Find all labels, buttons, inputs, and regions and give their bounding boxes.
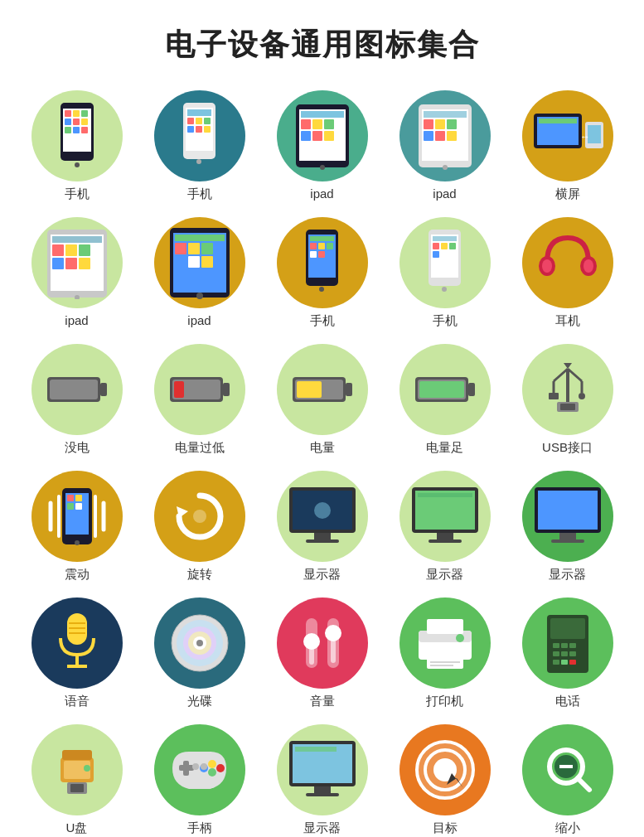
target-icon xyxy=(399,724,491,815)
battery0-icon xyxy=(31,344,123,435)
monitor2-icon xyxy=(399,471,491,562)
svg-rect-3 xyxy=(73,110,80,117)
svg-rect-65 xyxy=(188,256,200,268)
headphone-icon xyxy=(522,217,613,308)
svg-rect-98 xyxy=(346,383,352,396)
list-item: 语音 xyxy=(20,598,134,709)
svg-point-191 xyxy=(192,763,199,770)
list-item: ipad xyxy=(388,90,502,202)
phone3-icon xyxy=(277,217,368,308)
svg-rect-51 xyxy=(52,244,64,256)
svg-rect-163 xyxy=(427,619,463,634)
svg-rect-35 xyxy=(424,119,433,129)
svg-rect-171 xyxy=(561,643,568,648)
svg-rect-76 xyxy=(327,251,333,258)
svg-point-21 xyxy=(196,159,201,164)
svg-rect-9 xyxy=(73,127,80,133)
svg-rect-182 xyxy=(70,784,84,792)
ipad4-icon xyxy=(154,217,245,308)
list-item: 打印机 xyxy=(388,598,502,709)
svg-rect-164 xyxy=(427,657,463,669)
svg-rect-38 xyxy=(424,131,433,141)
svg-rect-19 xyxy=(196,126,202,133)
svg-point-85 xyxy=(442,287,447,292)
battery2-icon xyxy=(277,344,368,435)
list-item: 缩小 xyxy=(511,724,625,836)
phone3-label: 手机 xyxy=(310,313,335,329)
svg-rect-169 xyxy=(550,618,585,639)
list-item: 显示器 xyxy=(511,471,625,583)
display-label: 显示器 xyxy=(303,820,341,836)
svg-rect-109 xyxy=(549,393,559,399)
phone2-icon xyxy=(154,90,245,181)
svg-rect-28 xyxy=(301,131,311,141)
battery0-label: 没电 xyxy=(65,440,90,456)
usb-icon xyxy=(522,344,613,435)
svg-point-125 xyxy=(75,540,80,545)
usb2-label: U盘 xyxy=(66,820,88,836)
svg-rect-91 xyxy=(100,383,107,396)
icon-grid: 手机 手机 xyxy=(20,90,625,836)
svg-text:↔: ↔ xyxy=(580,131,590,143)
printer-label: 打印机 xyxy=(426,694,463,709)
svg-rect-159 xyxy=(309,641,314,665)
list-item: 手机 xyxy=(143,90,257,202)
battery2-label: 电量 xyxy=(310,440,335,456)
svg-rect-26 xyxy=(312,119,322,129)
svg-rect-60 xyxy=(175,235,225,241)
monitor3-label: 显示器 xyxy=(549,567,586,583)
battery1-icon xyxy=(154,344,245,435)
list-item: 旋转 xyxy=(143,471,257,583)
svg-rect-183 xyxy=(62,750,92,760)
list-item: 目标 xyxy=(388,724,502,836)
rotate-icon xyxy=(154,471,245,562)
svg-line-107 xyxy=(568,369,582,381)
svg-rect-63 xyxy=(201,243,213,254)
svg-point-167 xyxy=(456,634,464,642)
list-item: ↔ 横屏 xyxy=(511,90,625,202)
svg-rect-102 xyxy=(468,383,475,396)
svg-rect-197 xyxy=(295,747,337,752)
svg-point-154 xyxy=(196,640,203,646)
monitor3-icon xyxy=(522,471,613,562)
svg-rect-139 xyxy=(538,491,598,530)
svg-rect-92 xyxy=(50,380,98,399)
usb-label: USB接口 xyxy=(542,440,593,456)
target-label: 目标 xyxy=(433,820,458,836)
svg-point-184 xyxy=(84,765,90,772)
list-item: 手机 xyxy=(20,90,134,202)
svg-rect-24 xyxy=(301,111,344,118)
list-item: 光碟 xyxy=(143,598,257,709)
svg-rect-44 xyxy=(539,119,577,123)
svg-rect-120 xyxy=(75,495,82,501)
svg-rect-104 xyxy=(419,381,464,398)
svg-rect-196 xyxy=(306,793,339,796)
list-item: ipad xyxy=(265,90,380,202)
svg-rect-137 xyxy=(418,493,472,497)
svg-rect-170 xyxy=(553,643,559,648)
svg-rect-61 xyxy=(175,243,186,254)
svg-point-41 xyxy=(443,165,448,170)
ipad2-icon xyxy=(399,90,491,181)
svg-point-77 xyxy=(319,287,324,292)
phone4-label: 手机 xyxy=(433,313,458,329)
svg-point-88 xyxy=(542,259,552,273)
list-item: 电话 xyxy=(511,598,625,709)
svg-point-11 xyxy=(75,162,80,167)
svg-rect-8 xyxy=(65,127,71,133)
svg-rect-72 xyxy=(318,243,325,249)
svg-rect-20 xyxy=(204,126,211,133)
svg-rect-4 xyxy=(81,110,88,117)
list-item: 电量 xyxy=(265,344,380,456)
ipad1-label: ipad xyxy=(310,186,333,201)
svg-rect-16 xyxy=(196,118,202,124)
telephone-label: 电话 xyxy=(555,694,580,709)
svg-rect-73 xyxy=(327,243,333,249)
svg-rect-25 xyxy=(301,119,311,129)
svg-rect-15 xyxy=(187,118,194,124)
svg-rect-140 xyxy=(559,533,576,539)
svg-rect-177 xyxy=(561,660,568,665)
list-item: 手柄 xyxy=(143,724,257,836)
svg-rect-29 xyxy=(312,131,322,141)
cd-label: 光碟 xyxy=(187,694,212,709)
